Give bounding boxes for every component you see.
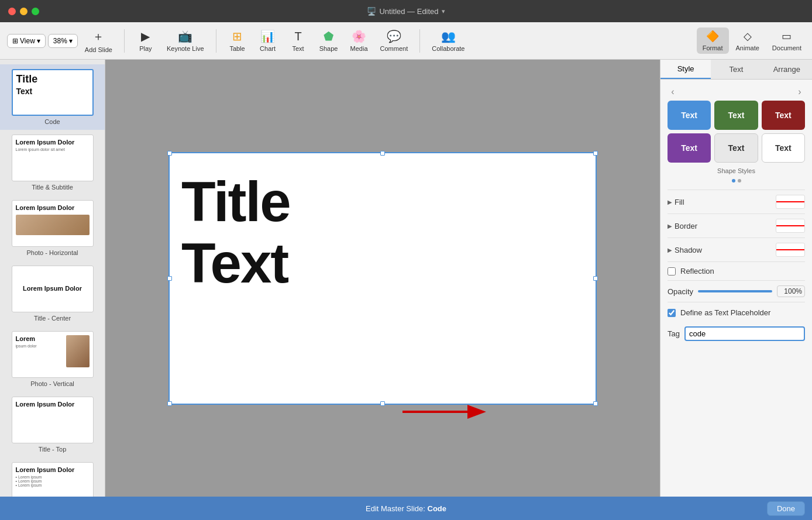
- style-swatch-4[interactable]: Text: [668, 133, 711, 163]
- handle-middle-left[interactable]: [167, 276, 172, 281]
- opacity-row: Opacity 100%: [668, 280, 805, 302]
- slide-thumb-7[interactable]: Lorem Ipsum Dolor • Lorem ipsum• Lorem i…: [0, 457, 105, 497]
- media-button[interactable]: 🌸 Media: [345, 27, 373, 54]
- slide-label-2: Title & Subtitle: [32, 184, 73, 191]
- tab-style[interactable]: Style: [660, 60, 711, 79]
- view-group: ⊞ View ▾ 38% ▾ ＋ Add Slide: [5, 26, 119, 56]
- view-button[interactable]: ⊞ View ▾: [7, 34, 46, 48]
- border-swatch[interactable]: [776, 219, 805, 233]
- animate-icon: ◇: [744, 30, 752, 43]
- slide-label-3: Photo - Horizontal: [26, 249, 78, 256]
- slide-label-4: Title - Center: [34, 315, 71, 322]
- document-icon: ▭: [782, 30, 792, 43]
- opacity-slider[interactable]: [698, 290, 772, 292]
- handle-bottom-right[interactable]: [593, 401, 598, 406]
- panel-nav: ‹ ›: [668, 87, 805, 97]
- style-swatch-3[interactable]: Text: [762, 101, 805, 130]
- slide-thumb-4[interactable]: Lorem Ipsum Dolor Title - Center: [0, 261, 105, 326]
- slide-subtitle: Text: [181, 232, 584, 294]
- slide-canvas[interactable]: Title Text: [169, 153, 596, 404]
- add-slide-button[interactable]: ＋ Add Slide: [80, 26, 117, 56]
- window-title: 🖥️ Untitled — Edited ▾: [367, 7, 445, 16]
- slide-label-1: Code: [44, 118, 60, 125]
- opacity-value: 100%: [777, 285, 805, 297]
- slide-preview-6: Lorem Ipsum Dolor: [12, 397, 94, 443]
- view-chevron-icon: ▾: [37, 37, 40, 45]
- tag-label: Tag: [668, 329, 680, 338]
- border-expand-icon: ▶: [668, 223, 672, 229]
- slide-label-5: Photo - Vertical: [30, 380, 74, 387]
- plus-icon: ＋: [92, 29, 104, 44]
- comment-button[interactable]: 💬 Comment: [376, 27, 413, 54]
- handle-bottom-center[interactable]: [380, 401, 385, 406]
- style-swatch-2[interactable]: Text: [714, 101, 758, 130]
- tab-text[interactable]: Text: [711, 60, 761, 79]
- table-icon: ⊞: [232, 29, 242, 43]
- shadow-swatch[interactable]: [776, 243, 805, 257]
- reflection-row: Reflection: [668, 261, 805, 280]
- format-group: 🔶 Format ◇ Animate ▭ Document: [697, 27, 807, 54]
- canvas-area: Title Text: [105, 60, 660, 497]
- collaborate-button[interactable]: 👥 Collaborate: [427, 27, 469, 54]
- slide-panel: Title Text Code Lorem Ipsum Dolor Lorem …: [0, 60, 105, 497]
- shape-styles-grid: Text Text Text Text Text Text: [668, 101, 805, 163]
- handle-top-center[interactable]: [380, 151, 385, 156]
- zoom-button[interactable]: 38% ▾: [48, 34, 78, 48]
- slide-preview-5: Lorem ipsum dolor: [12, 331, 94, 378]
- shadow-expand-icon: ▶: [668, 247, 672, 253]
- nav-left-arrow[interactable]: ‹: [668, 87, 678, 97]
- maximize-button[interactable]: [32, 8, 39, 15]
- play-icon: ▶: [141, 29, 150, 43]
- reflection-checkbox[interactable]: [668, 267, 676, 276]
- shape-styles-label: Shape Styles: [668, 167, 805, 174]
- shape-styles-dots: [668, 179, 805, 182]
- fill-row: ▶ Fill: [668, 190, 805, 213]
- slide-thumb-6[interactable]: Lorem Ipsum Dolor Title - Top: [0, 392, 105, 457]
- tab-arrange[interactable]: Arrange: [762, 60, 812, 79]
- title-icon: 🖥️: [367, 7, 376, 16]
- handle-top-right[interactable]: [593, 151, 598, 156]
- shape-button[interactable]: ⬟ Shape: [315, 27, 343, 54]
- code-thumb-content: Title Text: [16, 74, 89, 96]
- nav-right-arrow[interactable]: ›: [794, 87, 805, 97]
- keynote-live-button[interactable]: 📺 Keynote Live: [162, 27, 209, 54]
- collaborate-icon: 👥: [441, 29, 456, 43]
- slide-thumb-2[interactable]: Lorem Ipsum Dolor Lorem ipsum dolor sit …: [0, 130, 105, 195]
- handle-bottom-left[interactable]: [167, 401, 172, 406]
- close-button[interactable]: [8, 8, 16, 15]
- insert-group: ⊞ Table 📊 Chart T Text ⬟ Shape 🌸 Media 💬…: [221, 27, 415, 54]
- text-button[interactable]: T Text: [284, 27, 312, 54]
- slide-preview-7: Lorem Ipsum Dolor • Lorem ipsum• Lorem i…: [12, 462, 94, 497]
- tag-input[interactable]: [684, 326, 805, 341]
- style-swatch-1[interactable]: Text: [668, 101, 711, 130]
- slide-thumb-1[interactable]: Title Text Code: [0, 64, 105, 130]
- fill-swatch[interactable]: [776, 195, 805, 209]
- dot-2: [738, 179, 741, 182]
- animate-button[interactable]: ◇ Animate: [730, 27, 765, 54]
- slide-preview-2: Lorem Ipsum Dolor Lorem ipsum dolor sit …: [12, 135, 94, 181]
- slide-thumb-5[interactable]: Lorem ipsum dolor Photo - Vertical: [0, 326, 105, 392]
- minimize-button[interactable]: [20, 8, 27, 15]
- done-button[interactable]: Done: [767, 501, 805, 516]
- separator-3: [419, 29, 420, 53]
- table-button[interactable]: ⊞ Table: [223, 27, 252, 54]
- chart-button[interactable]: 📊 Chart: [254, 27, 282, 54]
- handle-top-left[interactable]: [167, 151, 172, 156]
- shadow-row: ▶ Shadow: [668, 237, 805, 261]
- document-button[interactable]: ▭ Document: [766, 27, 807, 54]
- window-controls: [8, 8, 39, 15]
- handle-middle-right[interactable]: [593, 276, 598, 281]
- define-placeholder-checkbox[interactable]: [668, 309, 676, 317]
- style-swatch-5[interactable]: Text: [714, 133, 758, 163]
- format-button[interactable]: 🔶 Format: [697, 27, 729, 54]
- separator-2: [216, 29, 216, 53]
- style-swatch-6[interactable]: Text: [762, 133, 805, 163]
- bottom-bar: Edit Master Slide: Code Done: [0, 497, 812, 520]
- shape-icon: ⬟: [324, 29, 333, 43]
- shadow-label: Shadow: [675, 246, 702, 254]
- play-button[interactable]: ▶ Play: [132, 27, 160, 54]
- fill-label: Fill: [675, 198, 684, 206]
- slide-preview-3: Lorem Ipsum Dolor: [12, 200, 94, 247]
- collaborate-group: 👥 Collaborate: [425, 27, 472, 54]
- slide-thumb-3[interactable]: Lorem Ipsum Dolor Photo - Horizontal: [0, 195, 105, 261]
